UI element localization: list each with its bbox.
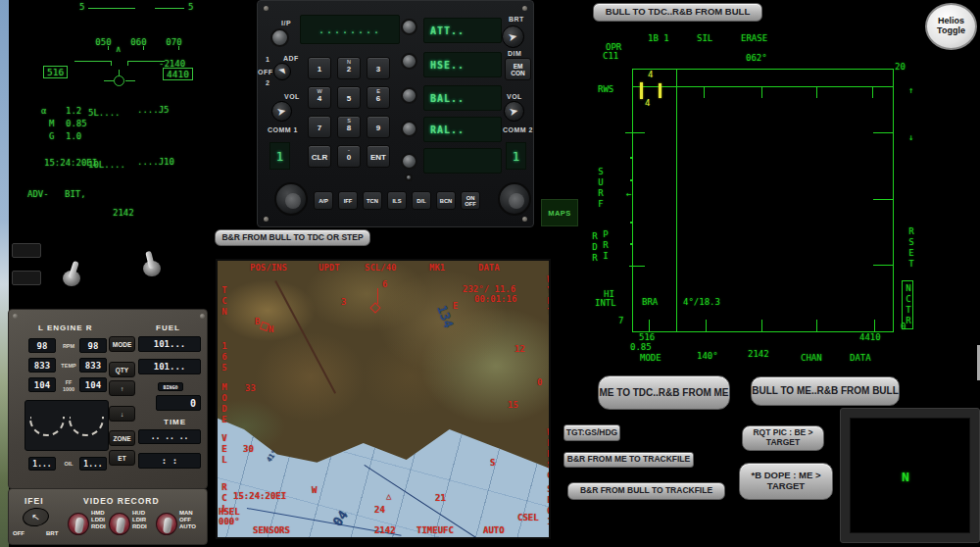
option-select-4[interactable] — [401, 121, 417, 137]
alpha-value: 1.2 — [66, 106, 81, 116]
ufc-key-ent[interactable]: ENT — [367, 145, 390, 168]
temp-left: 833 — [28, 358, 56, 373]
video-switch-2[interactable] — [109, 513, 130, 535]
time-display: .. .. .. — [138, 429, 201, 444]
ladder-5-right: ....J5 — [137, 105, 170, 115]
ufc-key-7[interactable]: 7 — [308, 116, 331, 138]
helios-toggle-button[interactable]: Helios Toggle — [925, 3, 977, 50]
key-label: CLR — [309, 146, 330, 162]
switch-position-label: RDDI — [91, 523, 106, 530]
screen-label: 0 — [537, 378, 542, 388]
video-switch-1[interactable] — [68, 513, 89, 535]
option-select-3[interactable] — [401, 87, 417, 104]
oil-left: 1... — [28, 457, 56, 471]
br-bull-tdc-step-button[interactable]: B&R FROM BULL TO TDC OR STEP — [215, 229, 370, 246]
screen-label: 00:01:16 — [474, 295, 516, 305]
toggle-switch-left[interactable] — [59, 261, 84, 294]
bull-to-tdc-button[interactable]: BULL TO TDC..R&B FROM BULL — [593, 3, 762, 22]
tgt-gs-hdg-button[interactable]: TGT:GS/HDG — [564, 424, 620, 441]
radar-left-line — [632, 69, 633, 331]
screen-label: C11 — [603, 52, 618, 62]
ufc-key-2[interactable]: N2 — [337, 57, 361, 79]
ufc-key-6[interactable]: E6 — [367, 86, 390, 109]
ufc-key-4[interactable]: W4 — [308, 86, 331, 109]
screen-label: 165 — [219, 341, 228, 373]
ifei-brightness-knob[interactable]: ↖ — [22, 506, 50, 528]
ufc-function-key[interactable]: TCN — [363, 191, 382, 210]
ufc-keypad: 1N23W45E67S89CLR-0ENT — [308, 57, 390, 168]
screen-label: 3 — [341, 298, 346, 308]
screen-label: DATA — [478, 264, 500, 274]
ifei-button-et[interactable]: ET — [109, 450, 135, 466]
comm2-channel-knob[interactable] — [498, 182, 531, 216]
radar-display: 1B 1SILERASEOPRC11062°20RWS↑↓SURF←RDRPRI… — [583, 27, 926, 371]
rqt-pic-button[interactable]: RQT PIC : BE > TARGET — [742, 425, 824, 451]
screen-label: POS/INS — [250, 264, 287, 274]
comm1-vol-knob[interactable]: ➤ — [271, 101, 292, 122]
b-dope-button[interactable]: *B DOPE : ME > TARGET — [739, 463, 833, 500]
ff-right: 104 — [79, 377, 107, 392]
option-select-2[interactable] — [401, 53, 417, 70]
br-bull-trackfile-button[interactable]: B&R FROM BULL TO TRACKFILE — [567, 482, 725, 500]
panel-button-lower[interactable] — [12, 271, 41, 285]
heading-minor-tick — [178, 46, 179, 50]
screen-label: S — [490, 459, 495, 469]
video-switch-3[interactable] — [156, 513, 177, 535]
screen-label: 15:24:20EI — [233, 492, 286, 502]
ifei-button-zone[interactable]: ZONE — [109, 430, 135, 446]
br-me-trackfile-button[interactable]: B&R FROM ME TO TRACKFILE — [564, 452, 694, 468]
ufc-key-3[interactable]: 3 — [367, 57, 390, 79]
switch-position-label: HUD — [132, 510, 147, 517]
maps-button[interactable]: MAPS — [541, 199, 578, 226]
ufc-function-key[interactable]: A/P — [314, 191, 333, 210]
ifei-button-[interactable]: ↑ — [109, 380, 135, 396]
ufc-function-key[interactable]: ILS — [387, 191, 407, 210]
video-switch-3-labels: MANOFFAUTO — [179, 510, 196, 530]
key-secondary-label: W — [309, 87, 330, 94]
pitch-line — [88, 8, 135, 9]
ufc-function-key[interactable]: D/L — [412, 191, 431, 210]
ff-unit: FF — [60, 379, 77, 385]
ufc-key-5[interactable]: 5 — [337, 86, 361, 109]
airspeed-box: 516 — [43, 66, 68, 78]
switch-position-label: MAN — [179, 510, 196, 517]
ufc-key-9[interactable]: 9 — [367, 116, 390, 138]
option-select-5[interactable] — [401, 153, 417, 170]
ufc-function-key[interactable]: BCN — [436, 191, 456, 210]
ufc-key-1[interactable]: 1 — [308, 57, 331, 79]
adv-label: ADV- — [27, 189, 49, 199]
panel-button-upper[interactable] — [12, 243, 41, 258]
ifei-button-[interactable]: ↓ — [109, 406, 135, 422]
helios-line2: Toggle — [937, 26, 965, 36]
fuel-display-2: 101... — [138, 359, 201, 374]
codes-display: : : — [138, 453, 201, 469]
emcon-button[interactable]: EM CON — [505, 58, 531, 80]
ladder-10-right: ....J10 — [137, 157, 174, 167]
velocity-vector-wing — [125, 80, 135, 81]
ufc-function-key[interactable]: IFF — [338, 191, 358, 210]
comm1-channel-knob[interactable] — [274, 182, 308, 216]
adf-knob[interactable]: ◥ — [273, 63, 291, 80]
brt-knob[interactable]: ➤ — [502, 25, 524, 48]
bull-to-me-button[interactable]: BULL TO ME..R&B FROM BULL — [751, 376, 900, 406]
screen-label: 20 — [895, 63, 906, 73]
pitch-ladder-label: 5 — [188, 2, 193, 12]
ufc-key-8[interactable]: S8 — [337, 116, 361, 138]
ufc-key-0[interactable]: -0 — [337, 145, 361, 168]
ufc-scratchpad: ........ — [300, 15, 400, 44]
ip-button[interactable] — [270, 28, 289, 47]
option-select-1[interactable] — [401, 19, 417, 35]
knob-arrow: ↖ — [31, 511, 41, 522]
screen-label: MK1 — [429, 264, 445, 274]
ifei-button-mode[interactable]: MODE — [109, 336, 135, 352]
comm2-vol-knob[interactable]: ➤ — [504, 101, 524, 122]
ifei-button-qty[interactable]: QTY — [109, 362, 135, 377]
me-to-tdc-button[interactable]: ME TO TDC..R&B FROM ME — [598, 375, 730, 410]
ufc-key-clr[interactable]: CLR — [308, 145, 331, 168]
radar-top-line — [632, 69, 893, 70]
engine-header: L ENGINE R — [38, 323, 93, 332]
toggle-switch-right[interactable] — [139, 251, 165, 284]
screen-label: 062° — [746, 54, 767, 64]
ufc-function-key[interactable]: ON OFF — [461, 191, 480, 210]
nozzle-gauges — [24, 400, 109, 451]
